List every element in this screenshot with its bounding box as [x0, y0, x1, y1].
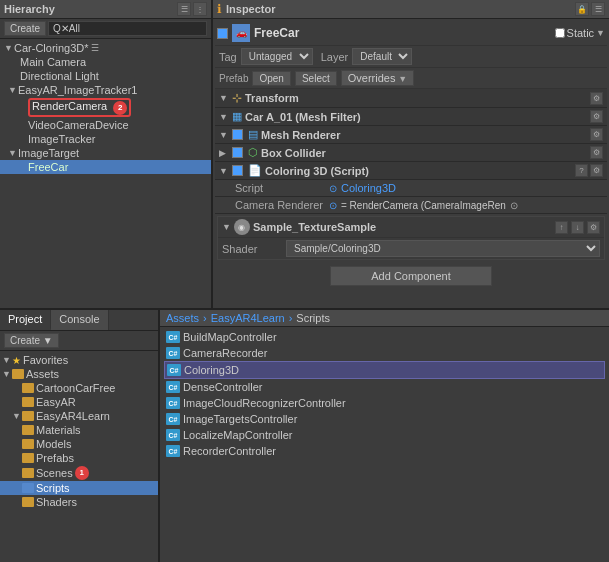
menu-icon-car: ☰ [91, 43, 99, 53]
script-item-imagecloudrecognizer[interactable]: C# ImageCloudRecognizerController [164, 395, 605, 411]
tree-item-main-camera[interactable]: Main Camera [0, 55, 211, 69]
component-mesh-filter[interactable]: ▼ ▦ Car A_01 (Mesh Filter) ⚙ [215, 108, 607, 126]
tree-item-videocameradevice[interactable]: VideoCameraDevice [0, 118, 211, 132]
hierarchy-panel: Hierarchy ☰ ⋮ Create ▼ Car-Cloring3D* ☰ [0, 0, 213, 308]
transform-settings-icon[interactable]: ⚙ [590, 92, 603, 105]
sample-move-up-icon[interactable]: ↑ [555, 221, 568, 234]
scripts-panel: Assets › EasyAR4Learn › Scripts C# Build… [160, 310, 609, 562]
tree-item-rendercamera[interactable]: RenderCamera 2 [28, 97, 211, 118]
hierarchy-header: Hierarchy ☰ ⋮ [0, 0, 211, 19]
script-item-densecontroller[interactable]: C# DenseController [164, 379, 605, 395]
static-dropdown-arrow[interactable]: ▼ [596, 28, 605, 38]
breadcrumb-assets[interactable]: Assets [166, 312, 199, 324]
overrides-label: Overrides [348, 72, 396, 84]
open-button[interactable]: Open [252, 71, 290, 86]
tab-project[interactable]: Project [0, 310, 51, 330]
layer-dropdown[interactable]: Default [352, 48, 412, 65]
script-item-camerarecorder[interactable]: C# CameraRecorder [164, 345, 605, 361]
tree-item-directional-light[interactable]: Directional Light [0, 69, 211, 83]
tree-item-imagetarget[interactable]: ▼ ImageTarget [0, 146, 211, 160]
label-materials: Materials [36, 424, 81, 436]
hierarchy-search-bar: Create [0, 19, 211, 39]
label-imagetarget: ImageTarget [18, 147, 79, 159]
hierarchy-lock-icon[interactable]: ☰ [177, 2, 191, 16]
script-item-localizemap[interactable]: C# LocalizeMapController [164, 427, 605, 443]
shader-row: Shader Sample/Coloring3D [218, 238, 604, 259]
sample-name: Sample_TextureSample [253, 221, 552, 233]
label-scenes: Scenes [36, 467, 73, 479]
prefab-row: Prefab Open Select Overrides ▼ [215, 68, 607, 89]
script-item-buildmap[interactable]: C# BuildMapController [164, 329, 605, 345]
coloring3d-checkbox[interactable] [232, 165, 243, 176]
inspector-menu-icon[interactable]: ☰ [591, 2, 605, 16]
hierarchy-create-button[interactable]: Create [4, 21, 46, 36]
badge-scenes: 1 [75, 466, 89, 480]
obj-active-checkbox[interactable] [217, 28, 228, 39]
hierarchy-search-input[interactable] [48, 21, 207, 36]
meshrenderer-checkbox[interactable] [232, 129, 243, 140]
overrides-button[interactable]: Overrides ▼ [341, 70, 414, 86]
meshrenderer-settings-icon[interactable]: ⚙ [590, 128, 603, 141]
folder-icon-easyar [22, 397, 34, 407]
meshrenderer-actions: ⚙ [590, 128, 603, 141]
project-item-shaders[interactable]: Shaders [0, 495, 158, 509]
script-item-recordercontroller[interactable]: C# RecorderController [164, 443, 605, 459]
label-scripts: Scripts [36, 482, 70, 494]
project-create-button[interactable]: Create ▼ [4, 333, 59, 348]
folder-icon-materials [22, 425, 34, 435]
transform-name: Transform [245, 92, 587, 104]
add-component-button[interactable]: Add Component [330, 266, 492, 286]
component-transform[interactable]: ▼ ⊹ Transform ⚙ [215, 89, 607, 108]
rendercamera-highlight: RenderCamera 2 [28, 98, 131, 117]
boxcollider-name: Box Collider [261, 147, 587, 159]
coloring3d-settings-icon[interactable]: ⚙ [590, 164, 603, 177]
label-assets: Assets [26, 368, 59, 380]
project-item-models[interactable]: Models [0, 437, 158, 451]
boxcollider-checkbox[interactable] [232, 147, 243, 158]
cs-icon-coloring3d: C# [167, 364, 181, 376]
arrow-imagetarget: ▼ [8, 148, 18, 158]
project-item-assets[interactable]: ▼ Assets [0, 367, 158, 381]
sample-move-down-icon[interactable]: ↓ [571, 221, 584, 234]
component-coloring3d[interactable]: ▼ 📄 Coloring 3D (Script) ? ⚙ [215, 162, 607, 180]
script-item-imagetargets[interactable]: C# ImageTargetsController [164, 411, 605, 427]
script-field-label: Script [235, 182, 325, 194]
tree-item-easyar-tracker[interactable]: ▼ EasyAR_ImageTracker1 [0, 83, 211, 97]
project-item-easyar[interactable]: EasyAR [0, 395, 158, 409]
camera-renderer-row: Camera Renderer ⊙ = RenderCamera (Camera… [215, 197, 607, 214]
prefab-label: Prefab [219, 73, 248, 84]
project-item-prefabs[interactable]: Prefabs [0, 451, 158, 465]
sample-settings-icon[interactable]: ⚙ [587, 221, 600, 234]
inspector-body: 🚗 FreeCar Static ▼ Tag Untagged Layer [213, 19, 609, 308]
cs-icon-densecontroller: C# [166, 381, 180, 393]
tab-console[interactable]: Console [51, 310, 108, 330]
script-item-coloring3d[interactable]: C# Coloring3D [164, 361, 605, 379]
inspector-panel: ℹ Inspector 🔒 ☰ 🚗 FreeCar Static [213, 0, 609, 308]
tree-item-car-clororing[interactable]: ▼ Car-Cloring3D* ☰ [0, 41, 211, 55]
script-field-value: Coloring3D [341, 182, 396, 194]
tree-item-freecar[interactable]: FreeCar [0, 160, 211, 174]
inspector-lock-icon[interactable]: 🔒 [575, 2, 589, 16]
tag-dropdown[interactable]: Untagged [241, 48, 313, 65]
project-item-cartooncarf[interactable]: CartoonCarFree [0, 381, 158, 395]
hierarchy-menu-icon[interactable]: ⋮ [193, 2, 207, 16]
project-item-easyar4learn[interactable]: ▼ EasyAR4Learn [0, 409, 158, 423]
component-mesh-renderer[interactable]: ▼ ▤ Mesh Renderer ⚙ [215, 126, 607, 144]
boxcollider-settings-icon[interactable]: ⚙ [590, 146, 603, 159]
shader-dropdown[interactable]: Sample/Coloring3D [286, 240, 600, 257]
project-item-materials[interactable]: Materials [0, 423, 158, 437]
cs-icon-camerarecorder: C# [166, 347, 180, 359]
cs-icon-recordercontroller: C# [166, 445, 180, 457]
script-name-recordercontroller: RecorderController [183, 445, 276, 457]
meshfilter-settings-icon[interactable]: ⚙ [590, 110, 603, 123]
select-button[interactable]: Select [295, 71, 337, 86]
component-box-collider[interactable]: ▶ ⬡ Box Collider ⚙ [215, 144, 607, 162]
sample-texture-component: ▼ ◉ Sample_TextureSample ↑ ↓ ⚙ Shader Sa… [217, 216, 605, 260]
breadcrumb-easyar4learn[interactable]: EasyAR4Learn [211, 312, 285, 324]
coloring3d-help-icon[interactable]: ? [575, 164, 588, 177]
project-item-scenes[interactable]: Scenes 1 [0, 465, 158, 481]
project-item-scripts[interactable]: Scripts [0, 481, 158, 495]
static-checkbox[interactable] [555, 28, 565, 38]
tree-item-imagetracker[interactable]: ImageTracker [0, 132, 211, 146]
project-item-favorites[interactable]: ▼ ★ Favorites [0, 353, 158, 367]
